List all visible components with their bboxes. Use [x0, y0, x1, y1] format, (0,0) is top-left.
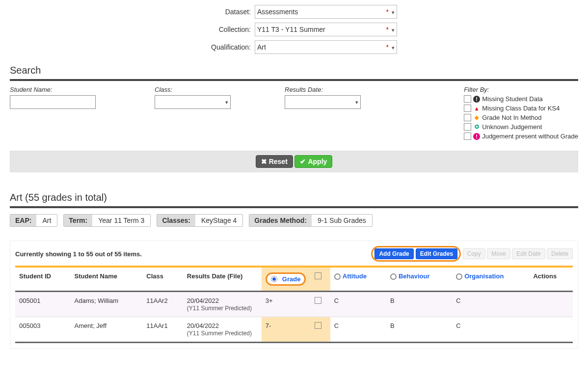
close-icon: ✖ — [261, 158, 267, 165]
col-results-date[interactable]: Results Date (File) — [183, 267, 262, 292]
cell-student-name: Ament; Jeff — [71, 317, 143, 343]
diamond-icon: ◆ — [473, 114, 480, 121]
qualification-select[interactable]: Art *▾ — [255, 40, 397, 54]
radio-grade[interactable] — [271, 276, 277, 282]
qualification-label: Qualification: — [191, 43, 255, 51]
apply-button[interactable]: ✔Apply — [294, 155, 332, 168]
summary-title: Art (55 grades in total) — [10, 192, 578, 208]
edit-grades-button[interactable]: Edit Grades — [416, 248, 457, 259]
chevron-down-icon: ▾ — [392, 27, 395, 33]
filter-missing-class-label: Missing Class Data for KS4 — [482, 105, 560, 112]
collection-label: Collection: — [191, 26, 255, 33]
results-date-label: Results Date: — [285, 86, 361, 93]
check-icon: ✔ — [300, 158, 306, 165]
filter-missing-student-label: Missing Student Data — [482, 95, 543, 103]
row-checkbox[interactable] — [315, 322, 321, 329]
cell-class: 11AAr2 — [142, 292, 183, 317]
cell-results-date: 20/04/2022(Y11 Summer Predicted) — [183, 292, 262, 317]
reset-button[interactable]: ✖Reset — [256, 155, 293, 168]
tag-eap: EAP:Art — [10, 214, 57, 227]
info-icon: ! — [473, 96, 480, 103]
tag-term: Term:Year 11 Term 3 — [63, 214, 151, 227]
cell-student-id: 005003 — [15, 317, 71, 343]
warning-icon: ▲ — [473, 105, 480, 112]
cell-student-id: 005001 — [15, 292, 71, 317]
col-student-name[interactable]: Student Name — [71, 267, 143, 292]
cell-grade-checkbox[interactable] — [311, 292, 330, 317]
tag-grades-method: Grades Method:9-1 Sub Grades — [249, 214, 372, 227]
checkbox-judgement-no-grade[interactable] — [464, 133, 471, 140]
cell-grade-checkbox[interactable] — [311, 317, 330, 343]
filter-grade-not-in-method-label: Grade Not In Method — [482, 114, 541, 121]
col-grade[interactable]: Grade — [262, 267, 311, 292]
cell-class: 11AAr1 — [142, 317, 183, 343]
filter-by-label: Filter By: — [464, 86, 578, 93]
chevron-down-icon: ▾ — [225, 99, 228, 106]
radio-organisation[interactable] — [456, 273, 462, 280]
student-name-input[interactable] — [10, 95, 96, 109]
col-actions: Actions — [529, 267, 573, 292]
col-attitude[interactable]: Attitude — [330, 267, 386, 292]
required-mark: * — [386, 8, 389, 16]
chevron-down-icon: ▾ — [392, 9, 395, 15]
search-heading: Search — [10, 65, 578, 81]
chevron-down-icon: ▾ — [392, 45, 395, 51]
alert-icon: ! — [473, 133, 480, 140]
cell-attitude: C — [330, 317, 386, 343]
results-date-select[interactable]: ▾ — [285, 95, 361, 109]
cell-grade: 3+ — [262, 292, 311, 317]
cell-actions — [529, 317, 573, 343]
dataset-value: Assessments — [257, 8, 298, 16]
table-row[interactable]: 005001 Adams; William 11AAr2 20/04/2022(… — [15, 292, 573, 317]
filter-judgement-no-grade-label: Judgement present without Grade — [482, 133, 578, 140]
filter-unknown-judgement-label: Unknown Judgement — [482, 123, 542, 131]
edit-date-button[interactable]: Edit Date — [512, 248, 545, 259]
checkbox-missing-class[interactable] — [464, 105, 471, 112]
select-all-checkbox[interactable] — [315, 272, 321, 279]
radio-behaviour[interactable] — [390, 273, 397, 280]
qualification-value: Art — [257, 43, 266, 51]
collection-select[interactable]: Y11 T3 - Y11 Summer *▾ — [255, 23, 397, 36]
dataset-label: Dataset: — [191, 8, 255, 16]
move-button[interactable]: Move — [487, 248, 510, 259]
row-checkbox[interactable] — [315, 297, 321, 304]
cell-behaviour: B — [386, 317, 452, 343]
checkbox-grade-not-in-method[interactable] — [464, 114, 471, 121]
checkbox-missing-student[interactable] — [464, 95, 471, 103]
table-row[interactable]: 005003 Ament; Jeff 11AAr1 20/04/2022(Y11… — [15, 317, 573, 343]
delete-button[interactable]: Delete — [547, 248, 573, 259]
highlight-grade-buttons: Add Grade Edit Grades — [371, 246, 461, 262]
copy-button[interactable]: Copy — [463, 248, 485, 259]
class-select[interactable]: ▾ — [155, 95, 231, 109]
col-behaviour[interactable]: Behaviour — [386, 267, 452, 292]
collection-value: Y11 T3 - Y11 Summer — [257, 26, 325, 33]
required-mark: * — [386, 43, 389, 51]
col-grade-checkbox[interactable] — [311, 267, 330, 292]
cell-grade: 7- — [262, 317, 311, 343]
count-text: Currently showing 1 to 55 out of 55 item… — [15, 250, 142, 258]
cell-behaviour: B — [386, 292, 452, 317]
student-name-label: Student Name: — [10, 86, 96, 93]
col-class[interactable]: Class — [142, 267, 183, 292]
cell-attitude: C — [330, 292, 386, 317]
cell-results-date: 20/04/2022(Y11 Summer Predicted) — [183, 317, 262, 343]
cell-actions — [529, 292, 573, 317]
class-label: Class: — [155, 86, 231, 93]
dataset-select[interactable]: Assessments *▾ — [255, 5, 397, 19]
grades-table: Student ID Student Name Class Results Da… — [15, 266, 573, 343]
tag-classes: Classes:KeyStage 4 — [157, 214, 243, 227]
shield-icon: ✪ — [473, 124, 480, 131]
cell-student-name: Adams; William — [71, 292, 143, 317]
required-mark: * — [386, 26, 389, 33]
col-organisation[interactable]: Organisation — [452, 267, 529, 292]
cell-organisation: C — [452, 292, 529, 317]
add-grade-button[interactable]: Add Grade — [374, 248, 413, 259]
cell-organisation: C — [452, 317, 529, 343]
chevron-down-icon: ▾ — [355, 99, 358, 106]
col-student-id[interactable]: Student ID — [15, 267, 71, 292]
radio-attitude[interactable] — [334, 273, 341, 280]
checkbox-unknown-judgement[interactable] — [464, 123, 471, 131]
